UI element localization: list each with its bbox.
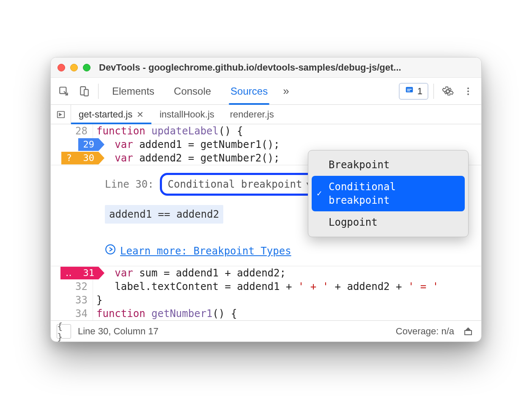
svg-point-7 [467, 87, 469, 89]
learn-more-link[interactable]: Learn more: Breakpoint Types [120, 244, 291, 258]
issues-count: 1 [417, 86, 422, 97]
file-tabs-row: get-started.js ✕ installHook.js renderer… [51, 105, 481, 124]
dropdown-item-breakpoint[interactable]: Breakpoint [312, 154, 465, 176]
breakpoint-marker[interactable]: 29 [78, 138, 99, 151]
breakpoint-type-dropdown: Breakpoint ✓ Conditional breakpoint Logp… [308, 150, 469, 237]
file-tab-active[interactable]: get-started.js ✕ [71, 105, 152, 124]
inspect-element-icon[interactable] [55, 82, 73, 100]
settings-gear-icon[interactable] [439, 82, 457, 100]
svg-point-8 [467, 90, 469, 92]
file-tab-label: renderer.js [230, 109, 274, 120]
pretty-print-icon[interactable]: { } [57, 324, 71, 339]
line-number[interactable]: 28 [74, 124, 88, 138]
svg-point-6 [447, 90, 450, 93]
arrow-right-circle-icon [105, 244, 116, 258]
coverage-status: Coverage: n/a [396, 326, 454, 337]
file-tab-label: get-started.js [79, 109, 132, 120]
device-toggle-icon[interactable] [75, 82, 93, 100]
breakpoint-editor: Line 30: Conditional breakpoint ▼ addend… [51, 165, 481, 266]
window-title: DevTools - googlechrome.github.io/devtoo… [96, 62, 474, 73]
svg-rect-4 [407, 89, 411, 90]
issues-badge[interactable]: 1 [399, 83, 428, 100]
svg-point-9 [467, 93, 469, 95]
toolbar-separator [98, 84, 99, 99]
more-tabs-icon[interactable]: » [279, 85, 293, 98]
svg-point-11 [106, 245, 115, 254]
breakpoint-type-select[interactable]: Conditional breakpoint ▼ [160, 173, 319, 196]
breakpoint-line-label: Line 30: [105, 178, 154, 191]
main-toolbar: Elements Console Sources » 1 [51, 78, 481, 105]
svg-rect-3 [406, 87, 413, 92]
toolbar-separator [433, 84, 434, 99]
line-number[interactable]: 32 [74, 280, 88, 293]
code-line[interactable]: 29 var addend1 = getNumber1(); [51, 138, 481, 151]
code-line[interactable]: ‥ 31 var sum = addend1 + addend2; [51, 266, 481, 280]
logpoint-marker[interactable]: ‥ 31 [60, 267, 99, 279]
maximize-window-button[interactable] [83, 64, 90, 71]
conditional-breakpoint-marker[interactable]: ? 30 [61, 152, 99, 164]
file-tab[interactable]: renderer.js [222, 105, 282, 124]
line-number[interactable]: 33 [74, 293, 88, 307]
svg-rect-5 [407, 90, 410, 91]
devtools-window: DevTools - googlechrome.github.io/devtoo… [50, 57, 482, 342]
close-icon[interactable]: ✕ [137, 109, 144, 120]
tab-sources[interactable]: Sources [222, 78, 276, 105]
titlebar: DevTools - googlechrome.github.io/devtoo… [51, 57, 481, 78]
line-number[interactable]: 34 [74, 307, 88, 320]
minimize-window-button[interactable] [70, 64, 78, 71]
drawer-toggle-icon[interactable] [461, 324, 475, 339]
breakpoint-condition-input[interactable]: addend1 == addend2 [105, 205, 223, 224]
dropdown-item-logpoint[interactable]: Logpoint [312, 211, 465, 233]
code-line[interactable]: 28 function updateLabel() { [51, 124, 481, 138]
code-line[interactable]: 33 } [51, 293, 481, 307]
close-window-button[interactable] [58, 64, 65, 71]
window-controls [58, 64, 90, 71]
tab-console[interactable]: Console [165, 78, 219, 105]
checkmark-icon: ✓ [317, 186, 322, 200]
breakpoint-type-label: Conditional breakpoint [168, 178, 302, 191]
code-line[interactable]: 32 label.textContent = addend1 + ' + ' +… [51, 280, 481, 293]
dropdown-item-conditional[interactable]: ✓ Conditional breakpoint [312, 176, 465, 211]
code-line[interactable]: 34 function getNumber1() { [51, 307, 481, 320]
file-tab[interactable]: installHook.js [152, 105, 222, 124]
tab-elements[interactable]: Elements [104, 78, 163, 105]
svg-rect-12 [465, 331, 472, 335]
code-editor[interactable]: 28 function updateLabel() { 29 var adden… [51, 124, 481, 320]
navigator-toggle-icon[interactable] [51, 105, 71, 124]
file-tab-label: installHook.js [159, 109, 214, 120]
cursor-position: Line 30, Column 17 [78, 326, 159, 337]
kebab-menu-icon[interactable] [459, 82, 477, 100]
status-bar: { } Line 30, Column 17 Coverage: n/a [51, 320, 481, 342]
svg-rect-2 [84, 89, 88, 96]
issues-icon [405, 85, 414, 97]
